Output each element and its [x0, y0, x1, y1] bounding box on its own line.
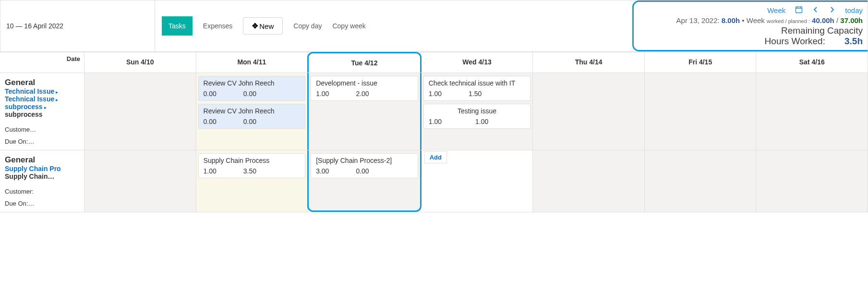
copy-day-link[interactable]: Copy day — [293, 22, 322, 30]
tasks-button[interactable]: Tasks — [162, 16, 193, 36]
nav-row: Week today — [767, 6, 863, 15]
today-link[interactable]: today — [845, 6, 863, 14]
summary-sub: worked / planned : — [767, 18, 810, 24]
date-header-label: Date — [0, 52, 84, 73]
task-card[interactable]: Review CV John Reech 0.000.00 — [198, 104, 306, 129]
task-title: Check technical issue with IT — [429, 79, 526, 87]
task-title: Review CV John Reech — [204, 107, 301, 115]
project-category: General — [5, 78, 80, 87]
project-row: General Technical Issue▸ Technical Issue… — [0, 73, 868, 150]
project-link[interactable]: Technical Issue — [5, 87, 54, 95]
calendar-grid: Date Sun 4/10 Mon 4/11 Tue 4/12 Wed 4/13… — [0, 52, 868, 212]
day-header-fri: Fri 4/15 — [645, 52, 757, 73]
task-card[interactable]: [Supply Chain Process-2] 3.000.00 — [311, 153, 418, 178]
task-hours-2: 3.50 — [243, 167, 256, 175]
summary-bullet: • Week — [742, 16, 767, 25]
task-card[interactable]: Review CV John Reech 0.000.00 — [198, 76, 306, 101]
day-cell-tue[interactable]: Development - issue 1.002.00 — [307, 73, 422, 150]
hours-worked-value: 3.5h — [844, 36, 863, 47]
new-button[interactable]: ✥ New — [243, 17, 283, 35]
task-hours-2: 0.00 — [243, 118, 256, 125]
task-card[interactable]: Development - issue 1.002.00 — [311, 76, 418, 101]
top-bar: 10 — 16 April 2022 Tasks Expenses ✥ New … — [0, 0, 868, 52]
task-card[interactable]: Check technical issue with IT 1.001.50 — [423, 76, 531, 101]
day-cell-mon[interactable]: Supply Chain Process 1.003.50 — [196, 150, 308, 212]
caret-right-icon: ▸ — [56, 97, 58, 102]
day-header-sun: Sun 4/10 — [84, 52, 196, 73]
chevron-right-icon[interactable] — [829, 6, 835, 15]
project-sub: subprocess — [5, 111, 80, 118]
task-title: Review CV John Reech — [204, 79, 301, 87]
day-cell-mon[interactable]: Review CV John Reech 0.000.00 Review CV … — [196, 73, 308, 150]
day-header-sat: Sat 4/16 — [756, 52, 868, 73]
copy-week-link[interactable]: Copy week — [332, 22, 365, 30]
day-cell-thu[interactable] — [533, 73, 645, 150]
project-meta-customer: Customer: — [5, 188, 80, 195]
summary-line1: Apr 13, 2022: 8.00h • Week worked / plan… — [676, 16, 863, 25]
task-hours-1: 3.00 — [316, 167, 329, 175]
task-hours-2: 2.00 — [356, 90, 369, 98]
task-title: Testing issue — [429, 107, 526, 115]
task-hours-1: 1.00 — [204, 167, 217, 175]
days-header-row: Date Sun 4/10 Mon 4/11 Tue 4/12 Wed 4/13… — [0, 52, 868, 73]
day-cell-sun[interactable] — [84, 73, 196, 150]
project-row: General Supply Chain Pro Supply Chain… C… — [0, 150, 868, 212]
summary-worked: 40.00h — [812, 16, 834, 25]
task-hours-2: 1.00 — [475, 118, 488, 125]
date-range: 10 — 16 April 2022 — [0, 0, 155, 51]
remaining-capacity-label: Remaining Capacity — [781, 25, 863, 36]
project-link[interactable]: Technical Issue — [5, 95, 54, 103]
day-cell-wed[interactable]: Add — [422, 150, 533, 212]
project-link[interactable]: subprocess — [5, 103, 43, 111]
expenses-link[interactable]: Expenses — [203, 22, 232, 30]
move-icon: ✥ — [252, 22, 258, 30]
day-header-mon: Mon 4/11 — [196, 52, 308, 73]
project-category: General — [5, 155, 80, 165]
task-hours-1: 1.00 — [316, 90, 329, 98]
week-link[interactable]: Week — [767, 6, 785, 14]
summary-planned: 37.00h — [840, 16, 863, 25]
day-header-tue: Tue 4/12 — [307, 52, 422, 73]
day-cell-sat[interactable] — [756, 73, 868, 150]
hours-worked-label: Hours Worked: — [765, 36, 825, 47]
task-hours-2: 0.00 — [243, 90, 256, 98]
task-hours-2: 0.00 — [356, 167, 369, 175]
caret-right-icon: ▸ — [44, 105, 47, 110]
task-card[interactable]: Testing issue 1.001.00 — [423, 104, 531, 129]
day-cell-wed[interactable]: Check technical issue with IT 1.001.50 T… — [422, 73, 533, 150]
chevron-left-icon[interactable] — [812, 6, 819, 15]
day-cell-thu[interactable] — [533, 150, 645, 212]
project-sub: Supply Chain… — [5, 172, 80, 180]
day-cell-sat[interactable] — [756, 150, 868, 212]
task-hours-2: 1.50 — [469, 90, 482, 98]
project-meta-customer: Custome… — [5, 126, 80, 133]
project-link[interactable]: Supply Chain Pro — [5, 165, 61, 172]
project-meta-dueon: Due On:… — [5, 200, 80, 207]
project-side-cell: General Supply Chain Pro Supply Chain… C… — [0, 150, 84, 212]
calendar-icon[interactable] — [795, 6, 803, 15]
task-hours-1: 1.00 — [429, 118, 442, 125]
svg-rect-0 — [796, 7, 802, 12]
add-button[interactable]: Add — [424, 151, 447, 163]
day-header-thu: Thu 4/14 — [533, 52, 645, 73]
task-hours-1: 0.00 — [204, 90, 217, 98]
day-cell-sun[interactable] — [84, 150, 196, 212]
task-title: Supply Chain Process — [204, 157, 301, 164]
day-cell-tue[interactable]: [Supply Chain Process-2] 3.000.00 — [307, 150, 422, 212]
summary-box: Week today Apr 13, 2022: 8.00h • Week wo… — [632, 0, 868, 51]
day-cell-fri[interactable] — [645, 150, 757, 212]
summary-day-hours: 8.00h — [722, 16, 740, 25]
day-cell-fri[interactable] — [645, 73, 757, 150]
project-meta-dueon: Due On:… — [5, 138, 80, 145]
day-header-wed: Wed 4/13 — [422, 52, 533, 73]
project-side-cell: General Technical Issue▸ Technical Issue… — [0, 73, 84, 150]
task-card[interactable]: Supply Chain Process 1.003.50 — [198, 153, 306, 178]
hours-worked-row: Hours Worked: 3.5h — [642, 36, 863, 47]
task-title: Development - issue — [316, 79, 413, 87]
task-hours-1: 1.00 — [429, 90, 442, 98]
date-range-text: 10 — 16 April 2022 — [6, 22, 63, 30]
summary-date: Apr 13, 2022: — [676, 16, 722, 25]
task-title: [Supply Chain Process-2] — [316, 157, 413, 164]
caret-right-icon: ▸ — [56, 89, 58, 95]
toolbar: Tasks Expenses ✥ New Copy day Copy week — [155, 0, 632, 51]
